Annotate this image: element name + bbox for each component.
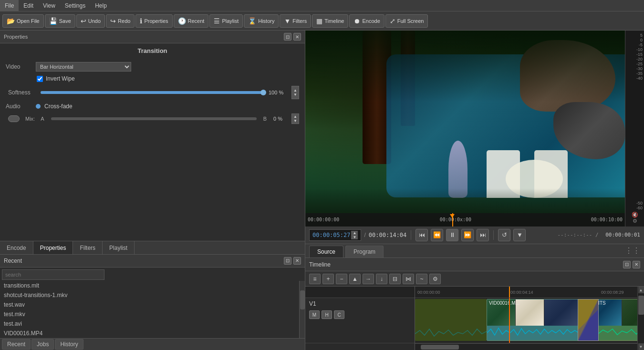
transition-title: Transition	[0, 43, 305, 58]
open-file-button[interactable]: 📂 Open File	[2, 14, 44, 28]
mix-toggle[interactable]	[8, 115, 20, 122]
current-time-display: 00:00:05:27 ▲ ▼	[309, 229, 361, 241]
v1-hide-button[interactable]: H	[322, 310, 332, 319]
vscroll-thumb[interactable]	[638, 296, 644, 315]
step-forward-button[interactable]: ⏩	[461, 229, 474, 241]
recent-item-0[interactable]: transitions.mlt	[0, 281, 299, 290]
properties-close-button[interactable]: ✕	[293, 33, 301, 41]
tl-snap-button[interactable]: ⋈	[403, 274, 414, 284]
menubar: File Edit View Settings Help	[0, 0, 644, 11]
transport-controls: 00:00:05:27 ▲ ▼ / 00:00:14:04 ⏮ ⏪ ⏸ ⏩ ⏭ …	[305, 226, 644, 244]
undo-button[interactable]: ↩ Undo	[76, 14, 105, 28]
fullscreen-icon: ⤢	[390, 17, 395, 25]
recent-nav-button[interactable]: Recent	[2, 339, 31, 350]
video-timeline-ruler: 00:00:00:00 00:00:0x:00 00:00:10:00	[305, 213, 625, 226]
loop-button[interactable]: ↺	[498, 229, 510, 241]
redo-button[interactable]: ↪ Redo	[106, 14, 135, 28]
tl-remove-button[interactable]: −	[336, 274, 347, 284]
vscroll-down[interactable]: ▼	[638, 343, 644, 350]
vscroll-up[interactable]: ▲	[638, 287, 644, 293]
more-options-button[interactable]: ▼	[513, 229, 526, 241]
recent-item-5[interactable]: VID00016.MP4	[0, 329, 299, 338]
playlist-button[interactable]: ☰ Playlist	[209, 14, 243, 28]
video-label: Video	[6, 63, 32, 70]
audio-radio[interactable]	[36, 104, 41, 109]
timeline-restore-button[interactable]: ⊡	[623, 261, 631, 268]
transition-x	[578, 299, 598, 340]
tab-program[interactable]: Program	[345, 246, 384, 257]
mute-icon[interactable]: 🔇	[627, 212, 643, 218]
search-input[interactable]	[2, 269, 104, 280]
transport-separator-2	[493, 230, 494, 240]
time-down-button[interactable]: ▼	[351, 235, 358, 239]
tl-settings-button[interactable]: ⚙	[429, 274, 441, 284]
tl-lift-button[interactable]: ▲	[349, 274, 361, 284]
tl-overwrite-button[interactable]: →	[363, 274, 374, 284]
v1-mute-button[interactable]: M	[309, 310, 320, 319]
tab-filters[interactable]: Filters	[73, 241, 103, 254]
softness-spin[interactable]: ▲ ▼	[291, 86, 299, 99]
save-button[interactable]: 💾 Save	[45, 14, 75, 28]
history-nav-button[interactable]: History	[55, 339, 83, 350]
v1-lock-button[interactable]: C	[334, 310, 344, 319]
time-up-button[interactable]: ▲	[351, 231, 358, 235]
tl-hamburger-button[interactable]: ≡	[309, 274, 321, 284]
jobs-nav-button[interactable]: Jobs	[31, 339, 54, 350]
recent-item-4[interactable]: test.avi	[0, 319, 299, 329]
recent-scrollbar[interactable]	[299, 281, 305, 338]
filters-button[interactable]: ▼ Filters	[280, 14, 311, 28]
tab-playlist[interactable]: Playlist	[103, 241, 135, 254]
recent-restore-button[interactable]: ⊡	[284, 257, 291, 265]
volume-settings-icon[interactable]: ⚙	[627, 218, 643, 224]
video-type-select[interactable]: Bar HorizontalBar VerticalBarn Door Hori…	[36, 62, 131, 72]
encode-button[interactable]: ⏺ Encode	[349, 14, 384, 28]
filters-icon: ▼	[284, 17, 291, 25]
properties-button[interactable]: ℹ Properties	[135, 14, 172, 28]
tab-source[interactable]: Source	[309, 246, 343, 257]
tabs-handle[interactable]: ⋮⋮	[625, 246, 640, 255]
softness-slider[interactable]	[41, 91, 265, 94]
softness-slider-thumb[interactable]	[260, 90, 266, 95]
recent-item-3[interactable]: test.mkv	[0, 309, 299, 319]
level-0: 0	[627, 38, 643, 42]
ruler-playhead[interactable]	[509, 287, 510, 298]
clip-vid00016[interactable]: VID00016.M...	[487, 299, 579, 341]
encode-icon: ⏺	[353, 17, 360, 25]
tab-encode[interactable]: Encode	[0, 241, 33, 254]
skip-to-start-button[interactable]: ⏮	[415, 229, 428, 241]
invert-wipe-checkbox[interactable]	[37, 76, 43, 82]
recent-scroll-thumb[interactable]	[300, 290, 305, 309]
audio-type-row: Audio Cross-fade	[6, 103, 299, 110]
play-pause-button[interactable]: ⏸	[446, 229, 458, 241]
transition-clip[interactable]	[578, 299, 599, 341]
menu-view[interactable]: View	[38, 0, 60, 11]
tab-properties[interactable]: Properties	[33, 241, 73, 254]
timeline-scrollbar[interactable]	[415, 343, 637, 350]
history-toolbar-button[interactable]: ⌛ History	[244, 14, 279, 28]
tl-ripple-button[interactable]: ~	[416, 274, 427, 284]
properties-restore-button[interactable]: ⊡	[284, 33, 291, 41]
tl-add-button[interactable]: +	[322, 274, 334, 284]
timeline-title: Timeline	[309, 261, 331, 268]
recent-button[interactable]: 🕐 Recent	[174, 14, 209, 28]
tl-fit-track-button[interactable]: ⊟	[389, 274, 401, 284]
fullscreen-button[interactable]: ⤢ Full Screen	[385, 14, 428, 28]
timeline-scroll-thumb[interactable]	[421, 345, 459, 350]
menu-file[interactable]: File	[0, 0, 19, 11]
timeline-vertical-scrollbar[interactable]: ▲ ▼	[637, 287, 644, 350]
mix-slider[interactable]	[51, 117, 257, 120]
mix-spin[interactable]: ▲ ▼	[291, 113, 299, 124]
step-back-button[interactable]: ⏪	[431, 229, 443, 241]
menu-edit[interactable]: Edit	[19, 0, 38, 11]
tl-append-button[interactable]: ↓	[376, 274, 387, 284]
timeline-button[interactable]: ▦ Timeline	[312, 14, 348, 28]
recent-item-2[interactable]: test.wav	[0, 300, 299, 309]
recent-close-button[interactable]: ✕	[293, 257, 301, 265]
skip-to-end-button[interactable]: ⏭	[477, 229, 489, 241]
menu-help[interactable]: Help	[90, 0, 112, 11]
timeline-close-button[interactable]: ✕	[633, 261, 640, 268]
thumb-3	[544, 299, 578, 326]
recent-list-container: transitions.mlt shotcut-transitions-1.mk…	[0, 281, 305, 338]
recent-item-1[interactable]: shotcut-transitions-1.mkv	[0, 290, 299, 300]
menu-settings[interactable]: Settings	[60, 0, 90, 11]
